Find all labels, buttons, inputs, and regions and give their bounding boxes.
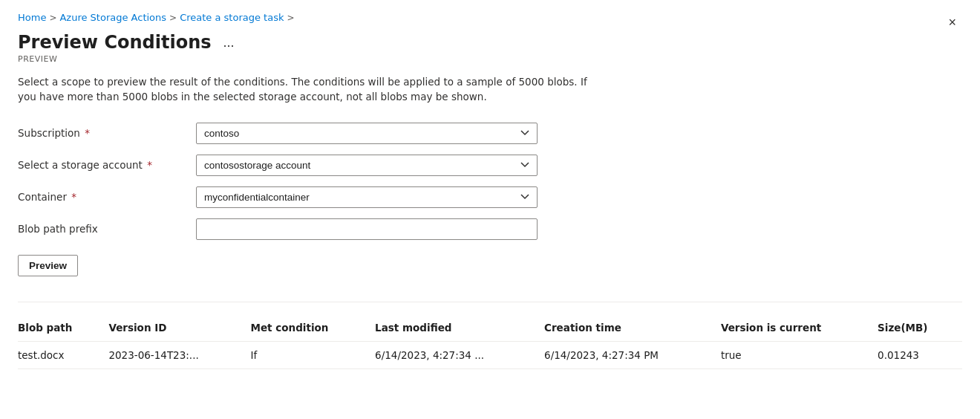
- page-container: Home > Azure Storage Actions > Create a …: [0, 0, 980, 387]
- breadcrumb-sep-3: >: [287, 13, 294, 23]
- divider: [18, 302, 962, 302]
- breadcrumb-sep-2: >: [169, 13, 177, 23]
- container-row: Container * myconfidentialcontainer: [18, 186, 962, 208]
- cell-version_id: 2023-06-14T23:...: [108, 341, 250, 368]
- blob-path-prefix-input[interactable]: [196, 218, 538, 240]
- breadcrumb-azure-storage-actions[interactable]: Azure Storage Actions: [59, 12, 166, 23]
- table-header: Blob path Version ID Met condition Last …: [18, 314, 962, 342]
- breadcrumb-sep-1: >: [49, 13, 56, 23]
- storage-account-control: contosostorage account: [196, 155, 538, 176]
- more-options-button[interactable]: ...: [219, 33, 239, 52]
- col-creation-time: Creation time: [544, 314, 721, 342]
- cell-met_condition: If: [251, 341, 376, 368]
- subscription-label: Subscription *: [18, 127, 196, 139]
- subscription-dropdown[interactable]: contoso: [196, 123, 538, 144]
- preview-button[interactable]: Preview: [18, 255, 78, 276]
- form-section: Subscription * contoso Select a storage …: [18, 123, 962, 240]
- storage-account-dropdown[interactable]: contosostorage account: [196, 155, 538, 176]
- subscription-required: *: [82, 127, 90, 139]
- storage-account-required: *: [144, 159, 152, 171]
- subscription-row: Subscription * contoso: [18, 123, 962, 144]
- col-version-id: Version ID: [108, 314, 250, 342]
- col-met-condition: Met condition: [251, 314, 376, 342]
- subscription-control: contoso: [196, 123, 538, 144]
- cell-blob_path: test.docx: [18, 341, 108, 368]
- cell-version_is_current: true: [721, 341, 878, 368]
- breadcrumb: Home > Azure Storage Actions > Create a …: [18, 12, 962, 23]
- breadcrumb-home[interactable]: Home: [18, 12, 46, 23]
- preview-badge: PREVIEW: [18, 54, 962, 64]
- table-row: test.docx2023-06-14T23:...If6/14/2023, 4…: [18, 341, 962, 368]
- container-required: *: [68, 191, 76, 203]
- container-label: Container *: [18, 191, 196, 203]
- close-button[interactable]: ×: [942, 12, 962, 33]
- storage-account-row: Select a storage account * contosostorag…: [18, 155, 962, 176]
- blob-path-prefix-control: [196, 218, 538, 240]
- blob-path-prefix-row: Blob path prefix: [18, 218, 962, 240]
- blob-path-prefix-label: Blob path prefix: [18, 223, 196, 235]
- page-title: Preview Conditions: [18, 32, 212, 53]
- table-body: test.docx2023-06-14T23:...If6/14/2023, 4…: [18, 341, 962, 368]
- container-control: myconfidentialcontainer: [196, 186, 538, 208]
- table-header-row: Blob path Version ID Met condition Last …: [18, 314, 962, 342]
- cell-last_modified: 6/14/2023, 4:27:34 ...: [375, 341, 544, 368]
- col-size-mb: Size(MB): [878, 314, 962, 342]
- container-dropdown[interactable]: myconfidentialcontainer: [196, 186, 538, 208]
- cell-creation_time: 6/14/2023, 4:27:34 PM: [544, 341, 721, 368]
- storage-account-label: Select a storage account *: [18, 159, 196, 171]
- page-header: Preview Conditions ...: [18, 32, 962, 53]
- description-text: Select a scope to preview the result of …: [18, 74, 597, 105]
- results-table: Blob path Version ID Met condition Last …: [18, 314, 962, 369]
- breadcrumb-create-storage-task[interactable]: Create a storage task: [180, 12, 284, 23]
- col-blob-path: Blob path: [18, 314, 108, 342]
- cell-size_mb: 0.01243: [878, 341, 962, 368]
- col-version-is-current: Version is current: [721, 314, 878, 342]
- col-last-modified: Last modified: [375, 314, 544, 342]
